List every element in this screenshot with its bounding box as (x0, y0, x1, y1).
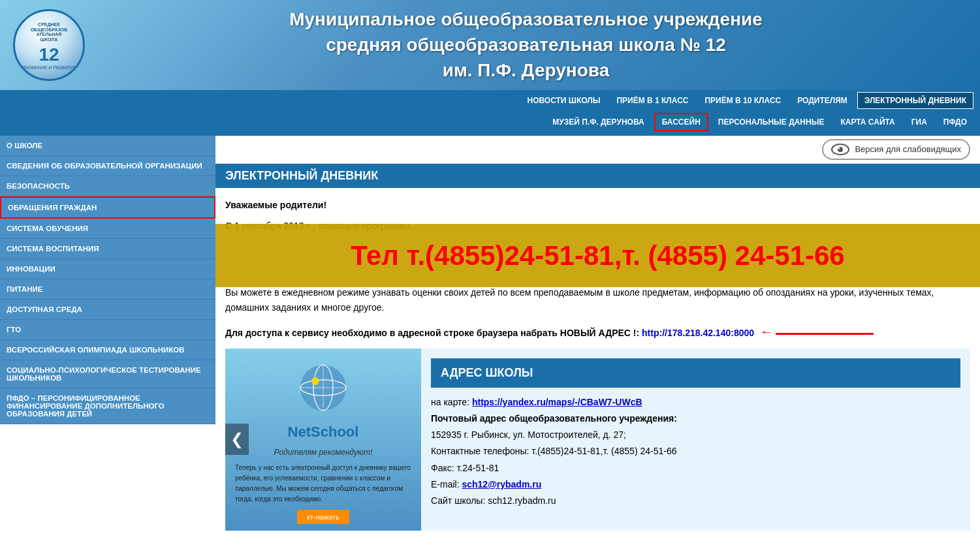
address-map-link[interactable]: https://yandex.ru/maps/-/CBaW7-UWcB (472, 397, 642, 407)
sidebar: О ШКОЛЕ СВЕДЕНИЯ ОБ ОБРАЗОВАТЕЛЬНОЙ ОРГА… (0, 136, 215, 540)
sidebar-item-olimpiada[interactable]: ВСЕРОССИЙСКАЯ ОЛИМПИАДА ШКОЛЬНИКОВ (0, 340, 215, 360)
address-postal: Почтовый адрес общеобразовательного учре… (431, 411, 960, 427)
content-wrapper: О ШКОЛЕ СВЕДЕНИЯ ОБ ОБРАЗОВАТЕЛЬНОЙ ОРГА… (0, 136, 980, 540)
netschool-subtitle: Родителям рекомендуют! (274, 446, 373, 459)
nav-roditelyam[interactable]: РОДИТЕЛЯМ (791, 93, 854, 108)
nav-muzey[interactable]: МУЗЕЙ П.Ф. ДЕРУНОВА (546, 114, 650, 130)
site-title: Муниципальное общеобразовательное учрежд… (85, 7, 967, 84)
title-line3: им. П.Ф. Дерунова (85, 57, 967, 83)
para3: Вы можете в ежедневном режиме узнавать о… (225, 285, 970, 315)
nav-priem10[interactable]: ПРИЁМ В 10 КЛАСС (698, 93, 787, 108)
address-line: 152935 г. Рыбинск, ул. Мотостроителей, д… (431, 427, 960, 443)
logo-top-text: СРЕДНЕЕОБЩЕОБРАЗОВАТЕЛЬНАЯШКОЛА (29, 20, 70, 44)
svg-point-8 (311, 377, 319, 385)
nav-priem1[interactable]: ПРИЁМ В 1 КЛАСС (610, 93, 695, 108)
logo-number: 12 (39, 44, 59, 65)
address-map: на карте: https://yandex.ru/maps/-/CBaW7… (431, 394, 960, 411)
accessibility-bar: Версия для слабовидящих (215, 136, 980, 164)
netschool-button[interactable]: кт-нажать (297, 510, 349, 524)
navigation: Найти НОВОСТИ ШКОЛЫ ПРИЁМ В 1 КЛАСС ПРИЁ… (0, 90, 980, 136)
netschool-link[interactable]: http://178.218.42.140:8000 (642, 328, 754, 338)
accessibility-label: Версия для слабовидящих (855, 144, 961, 154)
sidebar-item-bezopasnost[interactable]: БЕЗОПАСНОСТЬ (0, 176, 215, 196)
para1: Уважаемые родители! (225, 198, 970, 212)
address-box: АДРЕС ШКОЛЫ на карте: https://yandex.ru/… (421, 349, 970, 530)
sidebar-item-o-shkole[interactable]: О ШКОЛЕ (0, 136, 215, 156)
content-body: Уважаемые родители! Тел т.(4855)24-51-81… (215, 188, 980, 540)
sidebar-item-sistema-obucheniya[interactable]: СИСТЕМА ОБУЧЕНИЯ (0, 219, 215, 239)
nav-bottom-row: МУЗЕЙ П.Ф. ДЕРУНОВА БАССЕЙН ПЕРСОНАЛЬНЫЕ… (215, 111, 980, 133)
school-logo: СРЕДНЕЕОБЩЕОБРАЗОВАТЕЛЬНАЯШКОЛА 12 ДВИЖЕ… (13, 9, 85, 81)
nav-top-row: НОВОСТИ ШКОЛЫ ПРИЁМ В 1 КЛАСС ПРИЁМ В 10… (215, 90, 980, 111)
sidebar-item-pitanie[interactable]: ПИТАНИЕ (0, 279, 215, 300)
sidebar-item-obrashcheniya[interactable]: ОБРАЩЕНИЯ ГРАЖДАН (0, 196, 215, 219)
title-line1: Муниципальное общеобразовательное учрежд… (85, 7, 967, 32)
carousel-prev-button[interactable]: ❮ (225, 424, 249, 455)
address-title: АДРЕС ШКОЛЫ (431, 358, 960, 388)
arrow-line (776, 333, 874, 335)
address-email: E-mail: sch12@rybadm.ru (431, 476, 960, 493)
sidebar-item-sistema-vospitaniya[interactable]: СИСТЕМА ВОСПИТАНИЯ (0, 239, 215, 259)
netschool-globe-icon (297, 362, 349, 414)
address-content: на карте: https://yandex.ru/maps/-/CBaW7… (431, 394, 960, 509)
site-header: СРЕДНЕЕОБЩЕОБРАЗОВАТЕЛЬНАЯШКОЛА 12 ДВИЖЕ… (0, 0, 980, 90)
netschool-content: Теперь у нас есть электронный доступ к д… (232, 463, 415, 505)
nav-pfdo[interactable]: ПФДО (937, 114, 973, 130)
sidebar-item-pfdo[interactable]: ПФДО – ПЕРСОНИФИЦИРОВАННОЕ ФИНАНСИРОВАНИ… (0, 388, 215, 424)
nav-personal[interactable]: ПЕРСОНАЛЬНЫЕ ДАННЫЕ (712, 114, 831, 130)
logo-bottom-text: ДВИЖЕНИЕ И РАЗВИТИЕ (21, 65, 77, 70)
phone-overlay: Тел т.(4855)24-51-81,т. (4855) 24-51-66 (215, 224, 980, 287)
nav-rows: НОВОСТИ ШКОЛЫ ПРИЁМ В 1 КЛАСС ПРИЁМ В 10… (215, 90, 980, 133)
title-line2: средняя общеобразовательная школа № 12 (85, 32, 967, 57)
sidebar-item-innovatsii[interactable]: ИННОВАЦИИ (0, 259, 215, 279)
section-title: ЭЛЕКТРОННЫЙ ДНЕВНИК (215, 164, 980, 188)
netschool-logo-text: NetSchool (288, 420, 359, 443)
main-content: Версия для слабовидящих ЭЛЕКТРОННЫЙ ДНЕВ… (215, 136, 980, 540)
address-site: Сайт школы: sch12.rybadm.ru (431, 493, 960, 509)
nav-novosti[interactable]: НОВОСТИ ШКОЛЫ (520, 93, 607, 108)
phone-text: Тел т.(4855)24-51-81,т. (4855) 24-51-66 (351, 240, 844, 271)
accessibility-button[interactable]: Версия для слабовидящих (822, 139, 970, 160)
address-fax: Факс: т.24-51-81 (431, 460, 960, 476)
nav-basseyn[interactable]: БАССЕЙН (654, 113, 708, 131)
netschool-image: ❮ NetSchool Родителям рекомендуют! Тепер… (225, 349, 421, 530)
para4: Для доступа к сервису необходимо в адрес… (225, 321, 970, 342)
arrow-left-icon: ← (760, 324, 773, 339)
nav-karta[interactable]: КАРТА САЙТА (834, 114, 901, 130)
sidebar-item-psych-testing[interactable]: СОЦИАЛЬНО-ПСИХОЛОГИЧЕСКОЕ ТЕСТИРОВАНИЕ Ш… (0, 360, 215, 388)
sidebar-item-svedeniya[interactable]: СВЕДЕНИЯ ОБ ОБРАЗОВАТЕЛЬНОЙ ОРГАНИЗАЦИИ (0, 156, 215, 176)
sidebar-item-gto[interactable]: ГТО (0, 320, 215, 340)
nav-gia[interactable]: ГИА (905, 114, 934, 130)
bottom-section: ❮ NetSchool Родителям рекомендуют! Тепер… (225, 349, 970, 530)
sidebar-item-dostupnaya-sreda[interactable]: ДОСТУПНАЯ СРЕДА (0, 300, 215, 320)
address-phones: Контактные телефоны: т.(4855)24-51-81,т.… (431, 443, 960, 459)
address-email-link[interactable]: sch12@rybadm.ru (462, 479, 541, 490)
eye-icon (831, 143, 849, 156)
nav-dnevnik[interactable]: ЭЛЕКТРОННЫЙ ДНЕВНИК (857, 92, 973, 109)
svg-point-2 (838, 147, 840, 149)
